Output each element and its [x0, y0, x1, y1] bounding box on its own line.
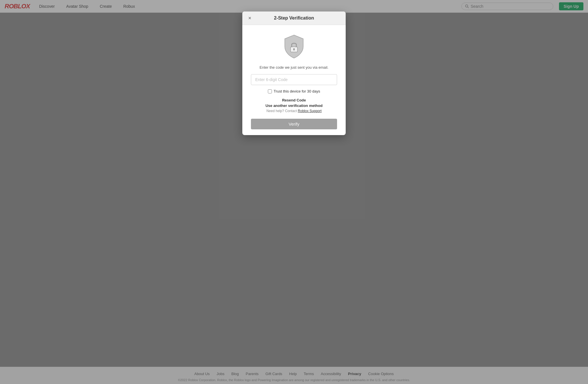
modal-header: × 2-Step Verification [242, 11, 346, 25]
trust-device-label: Trust this device for 30 days [274, 89, 320, 93]
modal-overlay: × 2-Step Verification Enter the code we [0, 0, 588, 384]
trust-device-container: Trust this device for 30 days [251, 89, 337, 93]
code-input[interactable] [251, 74, 337, 85]
svg-rect-4 [294, 49, 295, 51]
trust-device-checkbox[interactable] [268, 89, 272, 93]
modal-body: Enter the code we just sent you via emai… [242, 25, 346, 135]
resend-code-link[interactable]: Resend Code [251, 98, 337, 102]
another-method-link[interactable]: Use another verification method [251, 103, 337, 108]
roblox-support-link[interactable]: Roblox Support [298, 109, 322, 113]
modal-description: Enter the code we just sent you via emai… [251, 65, 337, 70]
close-button[interactable]: × [246, 15, 253, 22]
two-step-modal: × 2-Step Verification Enter the code we [242, 11, 346, 135]
shield-icon [283, 34, 305, 59]
verify-button[interactable]: Verify [251, 119, 337, 129]
modal-title: 2-Step Verification [248, 16, 340, 21]
need-help-text: Need help? Contact Roblox Support [251, 109, 337, 113]
